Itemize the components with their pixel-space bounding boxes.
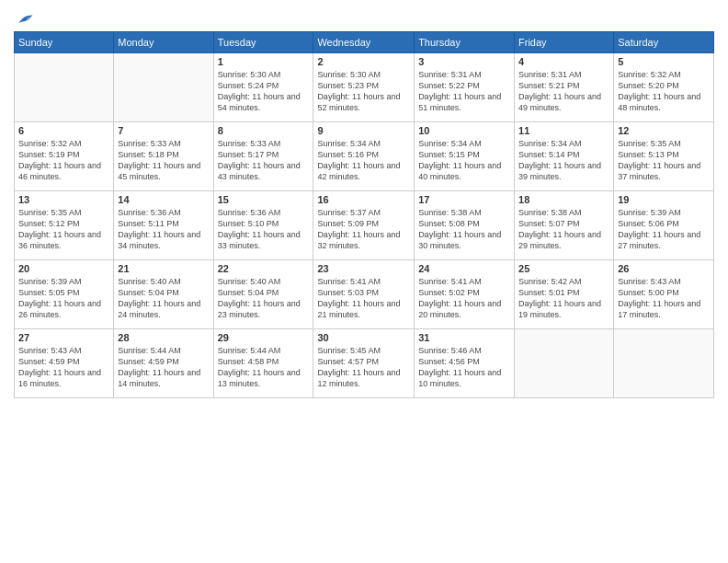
day-info: Sunrise: 5:34 AM Sunset: 5:16 PM Dayligh… <box>317 138 410 183</box>
day-cell: 12Sunrise: 5:35 AM Sunset: 5:13 PM Dayli… <box>614 122 714 191</box>
day-cell: 20Sunrise: 5:39 AM Sunset: 5:05 PM Dayli… <box>15 260 114 329</box>
day-cell: 25Sunrise: 5:42 AM Sunset: 5:01 PM Dayli… <box>515 260 614 329</box>
day-number: 31 <box>418 332 510 343</box>
day-cell: 4Sunrise: 5:31 AM Sunset: 5:21 PM Daylig… <box>515 53 614 122</box>
day-info: Sunrise: 5:40 AM Sunset: 5:04 PM Dayligh… <box>118 276 209 321</box>
day-info: Sunrise: 5:36 AM Sunset: 5:11 PM Dayligh… <box>118 207 209 252</box>
day-info: Sunrise: 5:39 AM Sunset: 5:05 PM Dayligh… <box>18 276 109 321</box>
day-number: 12 <box>618 125 710 136</box>
day-cell: 15Sunrise: 5:36 AM Sunset: 5:10 PM Dayli… <box>213 191 313 260</box>
day-cell: 23Sunrise: 5:41 AM Sunset: 5:03 PM Dayli… <box>313 260 415 329</box>
day-number: 7 <box>118 125 209 136</box>
day-number: 24 <box>418 263 510 274</box>
day-cell: 27Sunrise: 5:43 AM Sunset: 4:59 PM Dayli… <box>15 329 114 398</box>
day-info: Sunrise: 5:31 AM Sunset: 5:21 PM Dayligh… <box>518 69 609 114</box>
day-info: Sunrise: 5:40 AM Sunset: 5:04 PM Dayligh… <box>218 276 310 321</box>
day-number: 9 <box>317 125 410 136</box>
day-cell: 31Sunrise: 5:46 AM Sunset: 4:56 PM Dayli… <box>415 329 515 398</box>
day-cell: 22Sunrise: 5:40 AM Sunset: 5:04 PM Dayli… <box>213 260 313 329</box>
day-cell: 21Sunrise: 5:40 AM Sunset: 5:04 PM Dayli… <box>114 260 213 329</box>
day-cell: 10Sunrise: 5:34 AM Sunset: 5:15 PM Dayli… <box>415 122 515 191</box>
day-info: Sunrise: 5:43 AM Sunset: 4:59 PM Dayligh… <box>18 345 109 390</box>
day-info: Sunrise: 5:43 AM Sunset: 5:00 PM Dayligh… <box>618 276 710 321</box>
day-info: Sunrise: 5:38 AM Sunset: 5:08 PM Dayligh… <box>418 207 510 252</box>
day-number: 29 <box>218 332 310 343</box>
calendar-header-row: SundayMondayTuesdayWednesdayThursdayFrid… <box>15 32 714 53</box>
week-row-4: 20Sunrise: 5:39 AM Sunset: 5:05 PM Dayli… <box>15 260 714 329</box>
day-info: Sunrise: 5:44 AM Sunset: 4:59 PM Dayligh… <box>118 345 209 390</box>
day-number: 8 <box>218 125 310 136</box>
day-info: Sunrise: 5:32 AM Sunset: 5:19 PM Dayligh… <box>18 138 109 183</box>
day-cell <box>515 329 614 398</box>
day-cell: 8Sunrise: 5:33 AM Sunset: 5:17 PM Daylig… <box>213 122 313 191</box>
day-info: Sunrise: 5:32 AM Sunset: 5:20 PM Dayligh… <box>618 69 710 114</box>
day-cell: 7Sunrise: 5:33 AM Sunset: 5:18 PM Daylig… <box>114 122 213 191</box>
day-header-wednesday: Wednesday <box>313 32 415 53</box>
week-row-2: 6Sunrise: 5:32 AM Sunset: 5:19 PM Daylig… <box>15 122 714 191</box>
day-cell: 28Sunrise: 5:44 AM Sunset: 4:59 PM Dayli… <box>114 329 213 398</box>
day-number: 1 <box>218 56 310 67</box>
day-cell: 17Sunrise: 5:38 AM Sunset: 5:08 PM Dayli… <box>415 191 515 260</box>
day-info: Sunrise: 5:30 AM Sunset: 5:23 PM Dayligh… <box>317 69 410 114</box>
day-info: Sunrise: 5:35 AM Sunset: 5:12 PM Dayligh… <box>18 207 109 252</box>
day-number: 3 <box>418 56 510 67</box>
day-info: Sunrise: 5:37 AM Sunset: 5:09 PM Dayligh… <box>317 207 410 252</box>
day-info: Sunrise: 5:46 AM Sunset: 4:56 PM Dayligh… <box>418 345 510 390</box>
day-cell: 29Sunrise: 5:44 AM Sunset: 4:58 PM Dayli… <box>213 329 313 398</box>
day-cell: 26Sunrise: 5:43 AM Sunset: 5:00 PM Dayli… <box>614 260 714 329</box>
day-info: Sunrise: 5:33 AM Sunset: 5:17 PM Dayligh… <box>218 138 310 183</box>
day-number: 28 <box>118 332 209 343</box>
day-header-saturday: Saturday <box>614 32 714 53</box>
day-info: Sunrise: 5:31 AM Sunset: 5:22 PM Dayligh… <box>418 69 510 114</box>
day-number: 11 <box>518 125 609 136</box>
day-info: Sunrise: 5:39 AM Sunset: 5:06 PM Dayligh… <box>618 207 710 252</box>
day-info: Sunrise: 5:38 AM Sunset: 5:07 PM Dayligh… <box>518 207 609 252</box>
day-number: 10 <box>418 125 510 136</box>
day-cell: 11Sunrise: 5:34 AM Sunset: 5:14 PM Dayli… <box>515 122 614 191</box>
day-info: Sunrise: 5:41 AM Sunset: 5:02 PM Dayligh… <box>418 276 510 321</box>
day-info: Sunrise: 5:30 AM Sunset: 5:24 PM Dayligh… <box>218 69 310 114</box>
day-number: 16 <box>317 194 410 205</box>
logo-bird-icon <box>16 9 34 28</box>
day-cell: 2Sunrise: 5:30 AM Sunset: 5:23 PM Daylig… <box>313 53 415 122</box>
day-cell <box>15 53 114 122</box>
day-number: 17 <box>418 194 510 205</box>
day-info: Sunrise: 5:34 AM Sunset: 5:14 PM Dayligh… <box>518 138 609 183</box>
day-header-friday: Friday <box>515 32 614 53</box>
day-number: 4 <box>518 56 609 67</box>
day-cell: 3Sunrise: 5:31 AM Sunset: 5:22 PM Daylig… <box>415 53 515 122</box>
logo <box>14 9 34 24</box>
day-cell <box>114 53 213 122</box>
week-row-1: 1Sunrise: 5:30 AM Sunset: 5:24 PM Daylig… <box>15 53 714 122</box>
day-cell: 19Sunrise: 5:39 AM Sunset: 5:06 PM Dayli… <box>614 191 714 260</box>
day-number: 19 <box>618 194 710 205</box>
day-info: Sunrise: 5:44 AM Sunset: 4:58 PM Dayligh… <box>218 345 310 390</box>
day-info: Sunrise: 5:34 AM Sunset: 5:15 PM Dayligh… <box>418 138 510 183</box>
day-cell: 6Sunrise: 5:32 AM Sunset: 5:19 PM Daylig… <box>15 122 114 191</box>
day-number: 26 <box>618 263 710 274</box>
day-header-monday: Monday <box>114 32 213 53</box>
day-number: 5 <box>618 56 710 67</box>
day-cell: 24Sunrise: 5:41 AM Sunset: 5:02 PM Dayli… <box>415 260 515 329</box>
day-number: 18 <box>518 194 609 205</box>
day-cell: 1Sunrise: 5:30 AM Sunset: 5:24 PM Daylig… <box>213 53 313 122</box>
page: SundayMondayTuesdayWednesdayThursdayFrid… <box>0 0 728 563</box>
day-number: 27 <box>18 332 109 343</box>
day-info: Sunrise: 5:36 AM Sunset: 5:10 PM Dayligh… <box>218 207 310 252</box>
day-cell: 30Sunrise: 5:45 AM Sunset: 4:57 PM Dayli… <box>313 329 415 398</box>
day-info: Sunrise: 5:41 AM Sunset: 5:03 PM Dayligh… <box>317 276 410 321</box>
day-number: 23 <box>317 263 410 274</box>
day-cell: 13Sunrise: 5:35 AM Sunset: 5:12 PM Dayli… <box>15 191 114 260</box>
day-info: Sunrise: 5:42 AM Sunset: 5:01 PM Dayligh… <box>518 276 609 321</box>
week-row-5: 27Sunrise: 5:43 AM Sunset: 4:59 PM Dayli… <box>15 329 714 398</box>
day-number: 14 <box>118 194 209 205</box>
day-number: 25 <box>518 263 609 274</box>
header <box>14 9 714 24</box>
day-info: Sunrise: 5:33 AM Sunset: 5:18 PM Dayligh… <box>118 138 209 183</box>
week-row-3: 13Sunrise: 5:35 AM Sunset: 5:12 PM Dayli… <box>15 191 714 260</box>
day-cell: 14Sunrise: 5:36 AM Sunset: 5:11 PM Dayli… <box>114 191 213 260</box>
day-cell: 18Sunrise: 5:38 AM Sunset: 5:07 PM Dayli… <box>515 191 614 260</box>
day-number: 22 <box>218 263 310 274</box>
day-cell <box>614 329 714 398</box>
day-cell: 16Sunrise: 5:37 AM Sunset: 5:09 PM Dayli… <box>313 191 415 260</box>
